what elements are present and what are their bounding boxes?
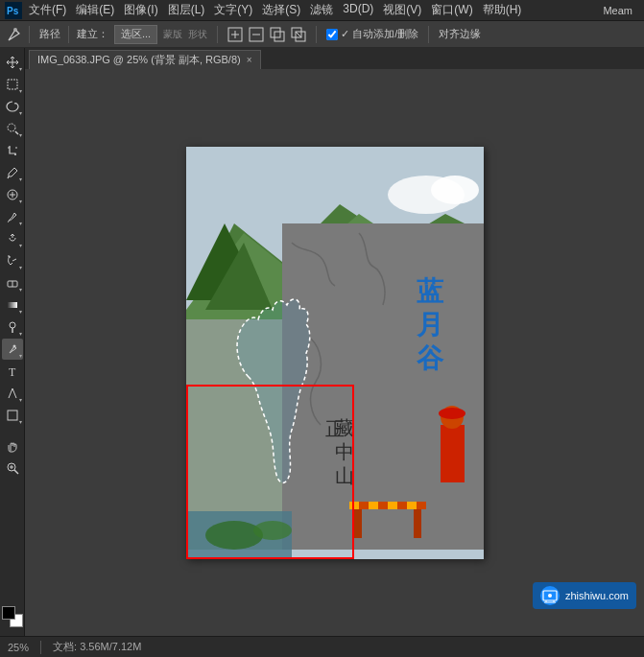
history-brush-btn[interactable]: ▾ bbox=[2, 250, 23, 271]
subtract-icon bbox=[249, 27, 264, 42]
select-option-btn[interactable]: 选区... bbox=[114, 25, 157, 44]
menu-view[interactable]: 视图(V) bbox=[383, 2, 421, 18]
add-icon bbox=[227, 27, 243, 42]
pen-tool-btn[interactable]: ▾ bbox=[2, 339, 23, 360]
svg-point-20 bbox=[10, 322, 15, 328]
tab-filename: IMG_0638.JPG @ 25% (背景 副本, RGB/8) bbox=[37, 53, 241, 67]
canvas-viewport[interactable]: 蓝 月 谷 正 藏 中 山 bbox=[25, 69, 644, 636]
svg-point-54 bbox=[205, 521, 263, 550]
shape-label: 形状 bbox=[188, 28, 207, 41]
svg-text:山: 山 bbox=[335, 465, 354, 486]
svg-rect-24 bbox=[8, 411, 17, 420]
svg-text:T: T bbox=[9, 365, 16, 378]
svg-line-26 bbox=[14, 470, 18, 474]
tool-label: 路径 bbox=[39, 27, 60, 41]
intersect-icon bbox=[270, 27, 285, 42]
svg-rect-51 bbox=[369, 502, 378, 509]
watermark-icon bbox=[540, 586, 560, 605]
sep1 bbox=[68, 26, 69, 43]
svg-line-15 bbox=[8, 176, 9, 178]
svg-rect-44 bbox=[441, 425, 465, 482]
document-tab[interactable]: IMG_0638.JPG @ 25% (背景 副本, RGB/8) × bbox=[29, 50, 261, 69]
canvas-area: IMG_0638.JPG @ 25% (背景 副本, RGB/8) × bbox=[25, 48, 644, 636]
svg-point-57 bbox=[548, 594, 552, 598]
menu-select[interactable]: 选择(S) bbox=[262, 2, 300, 18]
watermark: zhishiwu.com bbox=[533, 582, 636, 609]
align-label: 对齐边缘 bbox=[439, 27, 481, 41]
svg-rect-13 bbox=[8, 80, 17, 89]
new-label: 蒙版 bbox=[163, 28, 182, 41]
menu-edit[interactable]: 编辑(E) bbox=[76, 2, 114, 18]
lasso-tool-btn[interactable]: ▾ bbox=[2, 96, 23, 117]
svg-point-14 bbox=[8, 124, 15, 131]
pen-tool-icon bbox=[6, 26, 23, 43]
shape-tool-btn[interactable]: ▾ bbox=[2, 405, 23, 426]
status-sep bbox=[40, 641, 41, 654]
auto-add-row: ✓ 自动添加/删除 bbox=[326, 27, 418, 41]
svg-text:中: 中 bbox=[335, 441, 354, 462]
svg-rect-52 bbox=[388, 502, 397, 509]
svg-rect-8 bbox=[271, 28, 280, 37]
menu-help[interactable]: 帮助(H) bbox=[483, 2, 522, 18]
rect-select-btn[interactable]: ▾ bbox=[2, 74, 23, 95]
svg-rect-53 bbox=[407, 502, 417, 509]
menu-image[interactable]: 图像(I) bbox=[124, 2, 157, 18]
svg-point-33 bbox=[431, 176, 479, 204]
color-swatches[interactable] bbox=[2, 606, 23, 627]
eyedropper-btn[interactable]: ▾ bbox=[2, 162, 23, 183]
hand-tool-btn[interactable] bbox=[2, 435, 23, 457]
svg-text:蓝: 蓝 bbox=[417, 276, 444, 306]
exclude-icon bbox=[291, 27, 306, 42]
menu-layer[interactable]: 图层(L) bbox=[168, 2, 205, 18]
eraser-btn[interactable]: ▾ bbox=[2, 272, 23, 293]
menu-filter[interactable]: 滤镜 bbox=[310, 2, 333, 18]
svg-line-12 bbox=[296, 32, 301, 37]
svg-rect-50 bbox=[349, 502, 359, 509]
svg-point-55 bbox=[253, 521, 292, 540]
text-tool-btn[interactable]: T bbox=[2, 361, 23, 382]
sep3 bbox=[316, 26, 317, 43]
photo-svg: 蓝 月 谷 正 藏 中 山 bbox=[186, 147, 484, 559]
sep2 bbox=[217, 26, 218, 43]
svg-point-22 bbox=[12, 345, 15, 348]
auto-add-checkbox[interactable] bbox=[326, 29, 338, 40]
svg-point-2 bbox=[13, 28, 17, 32]
move-tool-btn[interactable]: ▾ bbox=[2, 52, 23, 73]
svg-text:藏: 藏 bbox=[335, 417, 354, 438]
quick-select-btn[interactable]: ▾ bbox=[2, 118, 23, 139]
watermark-text: zhishiwu.com bbox=[565, 590, 629, 601]
crop-tool-btn[interactable] bbox=[2, 140, 23, 161]
main-layout: ▾ ▾ ▾ ▾ ▾ ▾ bbox=[0, 48, 644, 636]
create-label: 建立： bbox=[77, 27, 108, 41]
svg-text:月: 月 bbox=[417, 310, 443, 340]
svg-text:谷: 谷 bbox=[416, 343, 444, 373]
photo-canvas: 蓝 月 谷 正 藏 中 山 bbox=[186, 147, 484, 559]
svg-rect-19 bbox=[8, 302, 17, 308]
svg-rect-49 bbox=[414, 509, 421, 538]
zoom-level: 25% bbox=[8, 642, 29, 653]
menu-items: 文件(F) 编辑(E) 图像(I) 图层(L) 文字(Y) 选择(S) 滤镜 3… bbox=[29, 2, 521, 18]
dodge-btn[interactable]: ▾ bbox=[2, 317, 23, 338]
menu-text[interactable]: 文字(Y) bbox=[214, 2, 252, 18]
menu-bar: Ps 文件(F) 编辑(E) 图像(I) 图层(L) 文字(Y) 选择(S) 滤… bbox=[0, 0, 644, 21]
sep4 bbox=[428, 26, 429, 43]
svg-text:Ps: Ps bbox=[7, 6, 19, 16]
top-right-label: Meam bbox=[603, 5, 632, 16]
menu-file[interactable]: 文件(F) bbox=[29, 2, 66, 18]
tab-close-btn[interactable]: × bbox=[247, 55, 252, 65]
gradient-btn[interactable]: ▾ bbox=[2, 294, 23, 316]
menu-window[interactable]: 窗口(W) bbox=[431, 2, 472, 18]
svg-rect-48 bbox=[354, 509, 362, 538]
foreground-color-swatch[interactable] bbox=[2, 606, 15, 620]
tab-bar: IMG_0638.JPG @ 25% (背景 副本, RGB/8) × bbox=[25, 48, 644, 69]
clone-btn[interactable]: ▾ bbox=[2, 228, 23, 249]
doc-info: 文档: 3.56M/7.12M bbox=[53, 640, 141, 654]
svg-point-46 bbox=[439, 408, 465, 419]
path-select-btn[interactable]: ▾ bbox=[2, 383, 23, 404]
left-toolbar: ▾ ▾ ▾ ▾ ▾ ▾ bbox=[0, 48, 25, 636]
menu-3d[interactable]: 3D(D) bbox=[343, 2, 373, 18]
status-bar: 25% 文档: 3.56M/7.12M bbox=[0, 636, 644, 657]
zoom-tool-btn[interactable] bbox=[2, 458, 23, 479]
healing-btn[interactable]: ▾ bbox=[2, 184, 23, 205]
brush-btn[interactable]: ▾ bbox=[2, 206, 23, 227]
